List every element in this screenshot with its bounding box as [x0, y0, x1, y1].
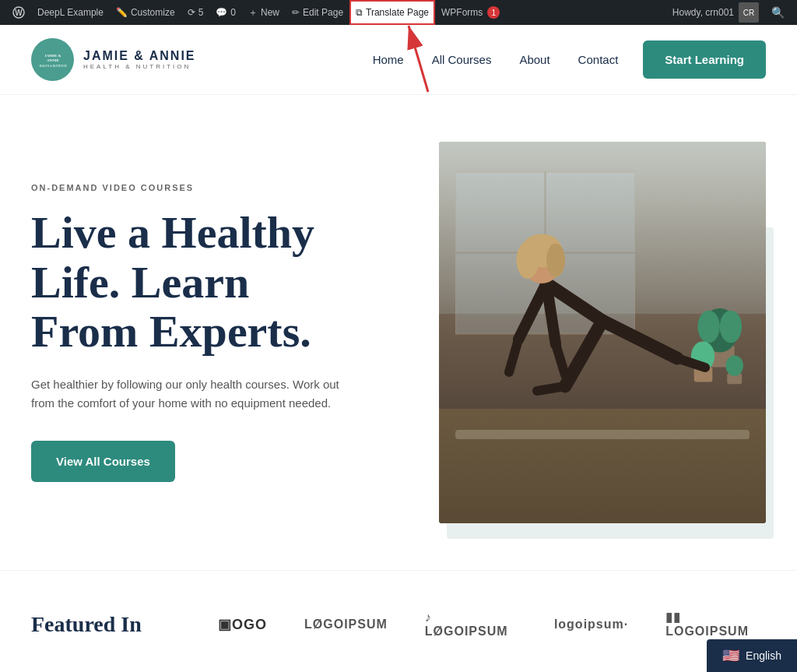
- admin-search-icon[interactable]: 🔍: [765, 6, 791, 19]
- yoga-scene: [439, 142, 766, 523]
- hero-image-area: [398, 142, 766, 523]
- nav-all-courses[interactable]: All Courses: [432, 53, 492, 66]
- logo-area[interactable]: JAMIE & ANNIE HEALTH & NUTRITION JAMIE &…: [31, 38, 196, 81]
- admin-translate-page[interactable]: ⧉ Translate Page: [349, 0, 435, 25]
- admin-wp-icon[interactable]: W: [6, 0, 31, 25]
- site-name-label: DeepL Example: [37, 7, 104, 18]
- hero-description: Get healthier by following our only heal…: [31, 375, 358, 413]
- logo-name: JAMIE & ANNIE: [83, 49, 196, 63]
- featured-section: Featured In ▣OGO LØGOIPSUM ♪ LØGOIPSUM l…: [0, 570, 797, 672]
- admin-updates[interactable]: ⟳ 5: [181, 0, 210, 25]
- hero-section: ON-DEMAND VIDEO COURSES Live a Healthy L…: [0, 95, 797, 570]
- avatar-initials: CR: [743, 9, 754, 17]
- svg-line-11: [602, 321, 677, 358]
- nav-about[interactable]: About: [519, 53, 549, 66]
- wordpress-icon: W: [12, 6, 25, 19]
- floor: [439, 409, 766, 523]
- view-all-courses-button[interactable]: View All Courses: [31, 441, 175, 482]
- hero-title: Live a Healthy Life. Learn From Experts.: [31, 208, 367, 357]
- svg-line-19: [556, 344, 565, 375]
- edit-page-label: Edit Page: [303, 7, 343, 18]
- admin-comments[interactable]: 💬 0: [209, 0, 242, 25]
- brand-logo-5: ▮▮ LOGOIPSUM: [665, 610, 766, 639]
- svg-text:ANNIE: ANNIE: [46, 58, 59, 62]
- featured-title: Featured In: [31, 612, 187, 637]
- admin-edit-page[interactable]: ✏ Edit Page: [286, 0, 349, 25]
- svg-text:HEALTH & NUTRITION: HEALTH & NUTRITION: [39, 65, 67, 68]
- svg-text:JAMIE &: JAMIE &: [44, 54, 61, 58]
- admin-site-name[interactable]: DeepL Example: [31, 0, 110, 25]
- main-nav: JAMIE & ANNIE HEALTH & NUTRITION JAMIE &…: [0, 25, 797, 95]
- brand-logo-4: logoipsum·: [554, 617, 628, 632]
- updates-count: 5: [198, 7, 204, 18]
- comments-count: 0: [230, 7, 236, 18]
- brand-logo-1: ▣OGO: [218, 616, 267, 633]
- svg-line-14: [537, 386, 565, 391]
- plus-icon: ＋: [248, 6, 258, 19]
- svg-text:W: W: [15, 9, 23, 17]
- nav-home[interactable]: Home: [373, 53, 404, 66]
- svg-point-23: [546, 243, 565, 276]
- hero-tag: ON-DEMAND VIDEO COURSES: [31, 183, 367, 192]
- hero-yoga-image: [439, 142, 766, 523]
- hero-content: ON-DEMAND VIDEO COURSES Live a Healthy L…: [31, 183, 398, 482]
- start-learning-button[interactable]: Start Learning: [643, 40, 766, 79]
- admin-customize[interactable]: ✏️ Customize: [110, 0, 181, 25]
- howdy-section[interactable]: Howdy, crn001 CR: [666, 2, 765, 23]
- logo-circle-icon: JAMIE & ANNIE HEALTH & NUTRITION: [31, 38, 74, 81]
- translate-page-label: Translate Page: [366, 7, 429, 18]
- svg-line-12: [565, 321, 602, 386]
- brand-logo-3: ♪ LØGOIPSUM: [425, 610, 517, 639]
- nav-contact[interactable]: Contact: [578, 53, 619, 66]
- svg-point-22: [517, 241, 539, 279]
- customize-label: Customize: [131, 7, 175, 18]
- user-avatar: CR: [739, 2, 759, 23]
- logo-strip: ▣OGO LØGOIPSUM ♪ LØGOIPSUM logoipsum· ▮▮…: [218, 610, 766, 639]
- svg-line-13: [677, 358, 705, 368]
- howdy-text: Howdy, crn001: [672, 7, 734, 18]
- comments-icon: 💬: [216, 7, 227, 18]
- admin-new[interactable]: ＋ New: [242, 0, 286, 25]
- new-label: New: [261, 7, 279, 18]
- language-badge[interactable]: 🇺🇸 English: [707, 639, 797, 672]
- admin-bar: W DeepL Example ✏️ Customize ⟳ 5 💬 0 ＋ N…: [0, 0, 797, 25]
- flag-icon: 🇺🇸: [722, 647, 739, 664]
- translate-icon: ⧉: [356, 7, 363, 18]
- admin-wpforms[interactable]: WPForms 1: [435, 0, 506, 25]
- brand-logo-2: LØGOIPSUM: [304, 617, 388, 632]
- language-label: English: [746, 649, 781, 662]
- edit-icon: ✏: [292, 7, 300, 18]
- nav-links: Home All Courses About Contact: [373, 53, 619, 66]
- logo-text: JAMIE & ANNIE HEALTH & NUTRITION: [83, 49, 196, 70]
- wpforms-badge: 1: [487, 6, 500, 19]
- customize-icon: ✏️: [116, 7, 128, 18]
- wpforms-label: WPForms: [441, 7, 483, 18]
- logo-subtitle: HEALTH & NUTRITION: [83, 63, 196, 70]
- updates-icon: ⟳: [188, 7, 195, 18]
- svg-line-17: [509, 340, 518, 372]
